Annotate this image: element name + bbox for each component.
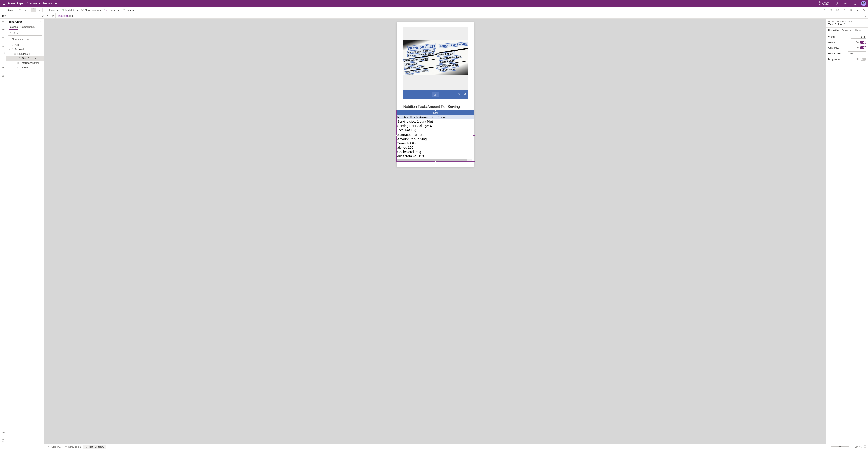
tree-node-textrecognizer1[interactable]: TextRecognizer1 xyxy=(6,61,44,65)
environment-picker[interactable]: EnvironmentAI Builder xyxy=(817,1,831,6)
tab-screens[interactable]: Screens xyxy=(9,26,18,30)
insert-rail-icon[interactable] xyxy=(1,35,5,40)
data-rail-icon[interactable] xyxy=(1,43,5,48)
settings-rail-icon[interactable] xyxy=(1,430,5,435)
comments-button[interactable] xyxy=(835,7,840,13)
fx-button[interactable]: fx xyxy=(50,13,56,18)
close-tree-button[interactable]: ✕ xyxy=(39,20,42,24)
settings-ribbon-button[interactable]: Settings xyxy=(121,8,136,12)
table-row[interactable]: Trans Fat 0g xyxy=(397,141,474,146)
table-row[interactable]: Serving Per Package: 4 xyxy=(397,124,474,128)
user-avatar[interactable]: DB xyxy=(861,1,866,6)
svg-rect-25 xyxy=(14,53,16,55)
ai-builder-button[interactable] xyxy=(821,7,827,13)
label1-control[interactable]: Nutrition Facts Amount Per Serving xyxy=(403,105,460,109)
svg-point-7 xyxy=(123,9,124,10)
horizontal-scrollbar[interactable] xyxy=(397,159,472,161)
tab-advanced[interactable]: Advanced xyxy=(842,29,852,33)
tab-ideas[interactable]: Ideas xyxy=(855,29,861,33)
breadcrumb-screen[interactable]: Screen1 xyxy=(46,445,62,449)
save-button[interactable] xyxy=(848,7,854,13)
datatable-body[interactable]: Nutrition Facts Amount Per Serving Servi… xyxy=(397,115,474,161)
ishyperlink-toggle[interactable] xyxy=(860,58,866,61)
preview-button[interactable] xyxy=(841,7,847,13)
zoom-out-button[interactable]: − xyxy=(828,445,830,449)
media-rail-icon[interactable] xyxy=(1,51,5,55)
help-button[interactable] xyxy=(852,1,858,6)
share-button[interactable] xyxy=(828,7,833,13)
new-screen-button[interactable]: New screen xyxy=(80,8,102,12)
table-row[interactable]: ories from Fat 110 xyxy=(397,154,474,158)
tree-node-textcolumn1[interactable]: Text_Column1 ⋯ xyxy=(6,56,44,61)
save-chevron[interactable] xyxy=(855,8,859,12)
svg-rect-14 xyxy=(3,29,4,29)
table-row[interactable]: Serving size: 1 bar (40g) xyxy=(397,119,474,124)
paste-chevron[interactable] xyxy=(37,8,41,12)
width-input[interactable] xyxy=(851,35,866,39)
datatable-control[interactable]: Text Nutrition Facts Amount Per Serving … xyxy=(397,110,474,161)
prop-ishyperlink: Is hyperlink Off xyxy=(827,57,868,62)
tree-new-screen-button[interactable]: New screen xyxy=(6,37,44,41)
variables-icon[interactable] xyxy=(1,66,5,70)
publish-button[interactable] xyxy=(861,7,866,13)
zoom-slider[interactable] xyxy=(831,446,849,447)
table-row[interactable]: Total Fat 13g xyxy=(397,128,474,132)
table-row[interactable]: Amount Per Serving xyxy=(397,137,474,141)
paste-button[interactable] xyxy=(31,8,36,12)
column-header[interactable]: Text xyxy=(397,110,474,115)
table-row[interactable]: Saturated Fat 1.5g xyxy=(397,132,474,137)
tab-components[interactable]: Components xyxy=(20,26,34,30)
back-button[interactable]: Back xyxy=(2,8,14,12)
tree-node-datatable1[interactable]: DataTable1 xyxy=(6,52,44,56)
node-more-icon[interactable]: ⋯ xyxy=(41,57,43,60)
cangrow-toggle[interactable] xyxy=(860,46,866,49)
search-rail-icon[interactable] xyxy=(1,74,5,78)
chevron-down-icon xyxy=(38,9,39,11)
tree-view-icon[interactable] xyxy=(1,28,5,32)
more-ribbon-button[interactable]: ⋯ xyxy=(137,8,142,12)
breadcrumb-column[interactable]: Text_Column1 xyxy=(83,445,106,449)
tab-properties[interactable]: Properties xyxy=(828,29,839,33)
insert-button[interactable]: Insert xyxy=(44,8,60,12)
undo-chevron[interactable] xyxy=(23,8,28,12)
new-screen-label: New screen xyxy=(85,9,99,11)
prop-headertext: Header Text xyxy=(827,50,868,57)
power-automate-icon[interactable] xyxy=(1,58,5,63)
theme-button[interactable]: Theme xyxy=(103,8,120,12)
tree-search[interactable] xyxy=(8,31,42,35)
visible-toggle[interactable] xyxy=(860,41,866,44)
canvas[interactable]: Nutrition Facts Amount Per Serving Servi… xyxy=(44,19,826,444)
table-row[interactable]: Cholesterol 0mg xyxy=(397,150,474,154)
zoom-in-icon[interactable] xyxy=(463,92,467,96)
chevron-down-icon xyxy=(25,9,26,11)
formula-input[interactable]: ThisItem.Text xyxy=(56,13,861,18)
fit-to-window-button[interactable] xyxy=(864,445,866,448)
headertext-input[interactable] xyxy=(848,51,866,55)
tree-node-screen1[interactable]: Screen1 xyxy=(6,47,44,52)
notifications-button[interactable] xyxy=(834,1,839,6)
zoom-value: 90 xyxy=(855,445,858,448)
table-row[interactable]: Nutrition Facts Amount Per Serving xyxy=(397,115,474,119)
tree-node-label1[interactable]: Label1 xyxy=(6,65,44,70)
table-row[interactable]: alories 190 xyxy=(397,146,474,150)
undo-button[interactable] xyxy=(17,8,23,12)
breadcrumb-datatable[interactable]: DataTable1 xyxy=(63,445,83,449)
zoom-out-icon[interactable] xyxy=(458,92,461,96)
zoom-in-button[interactable]: + xyxy=(851,445,853,449)
upload-button[interactable] xyxy=(432,92,439,97)
prop-label: Is hyperlink xyxy=(828,58,841,61)
property-selector[interactable]: Text xyxy=(0,13,45,18)
prop-cangrow: Can grow On xyxy=(827,45,868,50)
text-recognizer-control[interactable]: Nutrition Facts Amount Per Serving Servi… xyxy=(403,27,468,99)
virtual-agent-icon[interactable] xyxy=(1,438,5,443)
app-screen[interactable]: Nutrition Facts Amount Per Serving Servi… xyxy=(397,22,474,167)
tree-node-app[interactable]: App xyxy=(6,42,44,47)
toggle-state-label: On xyxy=(856,47,859,49)
tree-search-input[interactable] xyxy=(8,31,42,35)
settings-button[interactable] xyxy=(843,1,848,6)
add-data-button[interactable]: Add data xyxy=(60,8,79,12)
app-launcher-icon[interactable] xyxy=(2,2,5,5)
formula-expand-button[interactable] xyxy=(861,14,868,17)
panel-chevron[interactable]: › xyxy=(865,20,866,22)
hamburger-icon[interactable] xyxy=(1,20,5,25)
